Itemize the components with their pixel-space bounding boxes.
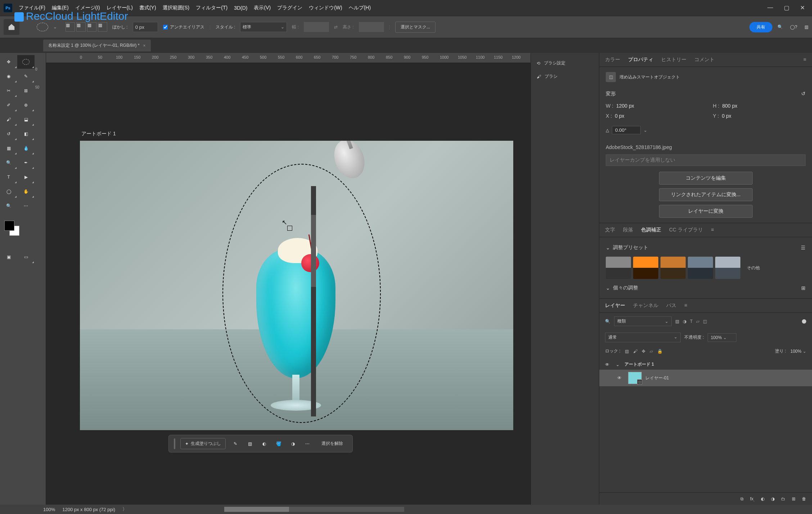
horizontal-scrollbar[interactable] [224, 507, 404, 512]
panel-menu-icon-3[interactable]: ≡ [684, 302, 687, 309]
zoom-level[interactable]: 100% [43, 507, 55, 512]
tab-layers[interactable]: レイヤー [605, 302, 625, 309]
screenmode-tool[interactable]: ▭ [17, 250, 35, 264]
selection-add-icon[interactable]: ▦ [76, 22, 86, 32]
lock-position-icon[interactable]: ✥ [642, 349, 645, 354]
tab-character[interactable]: 文字 [605, 227, 615, 233]
tab-paragraph[interactable]: 段落 [623, 227, 633, 233]
minimize-button[interactable]: — [767, 4, 773, 11]
gradient-tool[interactable]: ▦ [0, 141, 17, 155]
more-presets[interactable]: その他 [743, 257, 764, 279]
collapse-icon[interactable]: ⌄ [616, 362, 621, 367]
modify-selection-icon[interactable]: ▧ [245, 439, 254, 448]
visibility-icon[interactable]: 👁 [617, 375, 624, 380]
menu-edit[interactable]: 編集(E) [52, 5, 69, 11]
filter-image-icon[interactable]: ▨ [675, 319, 679, 324]
crop-tool[interactable]: ✂ [0, 84, 17, 98]
new-group-icon[interactable]: 🗀 [781, 496, 785, 502]
preset-thumb[interactable] [660, 257, 686, 279]
filter-smart-icon[interactable]: ◫ [703, 319, 707, 324]
selection-intersect-icon[interactable]: ▦ [98, 22, 107, 32]
angle-input[interactable] [612, 126, 641, 134]
tab-channels[interactable]: チャンネル [633, 302, 658, 309]
opacity-input[interactable]: 100% [708, 333, 736, 342]
quickmask-tool[interactable]: ▣ [0, 250, 17, 264]
stamp-tool[interactable]: ⬓ [17, 113, 35, 126]
preset-thumb[interactable] [606, 257, 631, 279]
layer-fx-icon[interactable]: fx. [750, 496, 754, 502]
deselect-button[interactable]: 選択を解除 [317, 438, 347, 449]
lock-paint-icon[interactable]: 🖌 [633, 349, 637, 354]
tab-paths[interactable]: パス [666, 302, 676, 309]
type-tool[interactable]: T [0, 170, 17, 184]
angle-dropdown[interactable] [644, 128, 647, 133]
workspace-icon[interactable]: ▥ [804, 24, 808, 30]
search-icon[interactable]: 🔍 [777, 24, 783, 30]
tab-history[interactable]: ヒストリー [661, 57, 686, 63]
marquee-tool[interactable] [17, 55, 35, 69]
tab-comments[interactable]: コメント [694, 57, 714, 63]
adjust-icon[interactable]: ◑ [288, 439, 298, 448]
layer-comp-dropdown[interactable]: レイヤーカンプを適用しない [606, 154, 806, 166]
menu-window[interactable]: ウィンドウ(W) [309, 5, 342, 11]
filter-kind-dropdown[interactable]: 種類 [614, 316, 672, 326]
antialias-checkbox[interactable]: アンチエイリアス [163, 24, 204, 30]
new-layer-icon[interactable]: ⊞ [792, 496, 795, 502]
lock-transparency-icon[interactable]: ▨ [625, 349, 629, 354]
lock-artboard-icon[interactable]: ▱ [650, 349, 653, 354]
drag-handle[interactable] [174, 438, 175, 449]
ellipse-marquee-icon[interactable] [37, 23, 48, 31]
layer-name[interactable]: レイヤー-01 [645, 375, 669, 381]
visibility-icon[interactable]: 👁 [605, 362, 612, 367]
maximize-button[interactable]: ▢ [784, 4, 789, 11]
chevron-down-icon[interactable]: ⌄ [606, 285, 610, 291]
artboard[interactable] [80, 141, 513, 430]
menu-plugins[interactable]: プラグイン [277, 5, 302, 11]
feather-input[interactable] [133, 22, 158, 32]
brush-tool[interactable]: 🖌 [0, 113, 17, 126]
invert-selection-icon[interactable]: ◐ [260, 439, 269, 448]
hand-tool[interactable]: ✋ [17, 185, 35, 198]
lock-all-icon[interactable]: 🔒 [657, 349, 663, 354]
preset-thumb[interactable] [633, 257, 658, 279]
preset-thumb[interactable] [688, 257, 713, 279]
link-layers-icon[interactable]: ⧉ [740, 496, 744, 502]
layer-name[interactable]: アートボード 1 [624, 361, 654, 368]
more-icon[interactable]: ⋯ [303, 439, 312, 448]
tab-cc-libraries[interactable]: CC ライブラリ [669, 227, 703, 233]
selection-new-icon[interactable]: ▦ [66, 22, 75, 32]
tab-color[interactable]: カラー [605, 57, 620, 63]
tool-preset-dropdown[interactable] [53, 24, 57, 30]
filter-type-icon[interactable]: T [690, 319, 693, 324]
tab-properties[interactable]: プロパティ [628, 57, 653, 63]
add-mask-icon[interactable]: ◐ [761, 496, 764, 502]
vertical-scrollbar[interactable] [311, 186, 316, 416]
healing-tool[interactable]: ⊕ [17, 98, 35, 112]
menu-layer[interactable]: レイヤー(L) [107, 5, 133, 11]
history-brush-tool[interactable]: ↺ [0, 127, 17, 141]
width-value[interactable]: 1200 px [616, 103, 634, 109]
filter-shape-icon[interactable]: ▱ [696, 319, 699, 324]
menu-file[interactable]: ファイル(F) [19, 5, 45, 11]
pen-tool[interactable]: ✒ [17, 156, 35, 170]
selection-subtract-icon[interactable]: ▦ [87, 22, 96, 32]
grid-view-icon[interactable]: ⊞ [801, 285, 806, 291]
menu-filter[interactable]: フィルター(T) [196, 5, 227, 11]
fill-icon[interactable]: 🪣 [274, 439, 283, 448]
close-button[interactable]: ✕ [800, 4, 805, 11]
move-tool[interactable]: ✥ [0, 55, 17, 69]
dodge-tool[interactable]: 🔍 [0, 156, 17, 170]
filter-toggle[interactable] [802, 319, 806, 324]
menu-image[interactable]: イメージ(I) [75, 5, 100, 11]
color-swatches[interactable] [0, 221, 18, 239]
menu-3d[interactable]: 3D(D) [234, 5, 247, 11]
quick-select-tool[interactable]: ✎ [17, 69, 35, 83]
frame-tool[interactable]: ⊠ [17, 84, 35, 98]
filter-search-icon[interactable]: 🔍 [605, 319, 610, 324]
fill-input[interactable]: 100% [790, 349, 806, 354]
brush-settings-icon[interactable]: ✎ [231, 439, 240, 448]
brush-settings-panel[interactable]: ⟲ブラシ設定 [531, 57, 599, 70]
blur-tool[interactable]: 💧 [17, 141, 35, 155]
lasso-tool[interactable]: ◉ [0, 69, 17, 83]
convert-layer-button[interactable]: レイヤーに変換 [659, 205, 753, 218]
